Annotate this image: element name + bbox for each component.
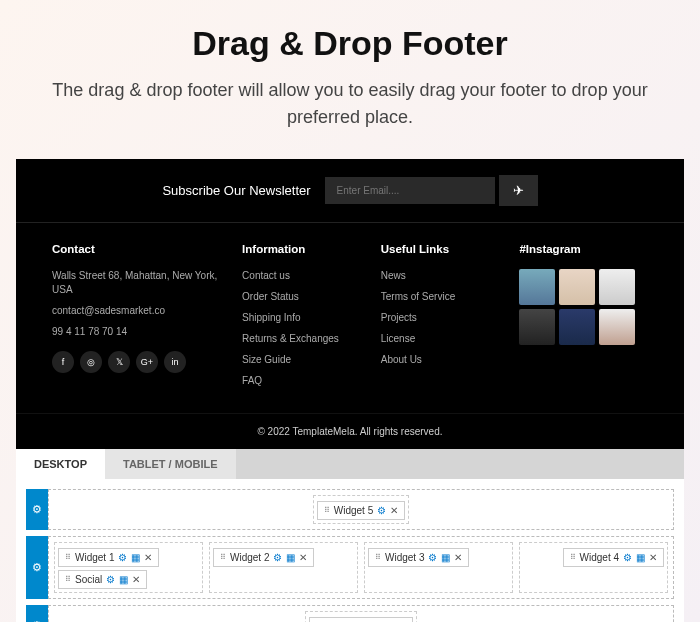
- close-icon[interactable]: ✕: [144, 552, 152, 563]
- layout-icon[interactable]: ▦: [286, 552, 295, 563]
- footer-col-information: Information Contact us Order Status Ship…: [242, 243, 371, 395]
- gear-icon[interactable]: ⚙: [118, 552, 127, 563]
- row-settings-button[interactable]: ⚙: [26, 489, 48, 530]
- instagram-thumb[interactable]: [599, 309, 635, 345]
- footer-col-useful: Useful Links News Terms of Service Proje…: [381, 243, 510, 395]
- send-icon: ✈: [513, 183, 524, 198]
- contact-address: Walls Street 68, Mahattan, New York, USA: [52, 269, 232, 297]
- widget-label: Social: [75, 574, 102, 585]
- drag-icon: ⠿: [65, 553, 71, 562]
- widget-label: Widget 4: [580, 552, 619, 563]
- gear-icon[interactable]: ⚙: [623, 552, 632, 563]
- info-link[interactable]: Shipping Info: [242, 311, 371, 325]
- layout-icon[interactable]: ▦: [131, 552, 140, 563]
- drag-icon: ⠿: [570, 553, 576, 562]
- close-icon[interactable]: ✕: [390, 505, 398, 516]
- gear-icon: ⚙: [32, 503, 42, 516]
- instagram-thumb[interactable]: [519, 309, 555, 345]
- row-settings-button[interactable]: ⚙: [26, 536, 48, 599]
- contact-phone: 99 4 11 78 70 14: [52, 325, 232, 339]
- gear-icon: ⚙: [32, 561, 42, 574]
- gear-icon[interactable]: ⚙: [273, 552, 282, 563]
- info-link[interactable]: Size Guide: [242, 353, 371, 367]
- close-icon[interactable]: ✕: [299, 552, 307, 563]
- info-link[interactable]: Contact us: [242, 269, 371, 283]
- widget-block-5[interactable]: ⠿ Widget 5 ⚙ ✕: [317, 501, 405, 520]
- page-title: Drag & Drop Footer: [16, 24, 684, 63]
- widget-label: Widget 3: [385, 552, 424, 563]
- gear-icon[interactable]: ⚙: [377, 505, 386, 516]
- layout-icon[interactable]: ▦: [119, 574, 128, 585]
- instagram-heading: #Instagram: [519, 243, 648, 255]
- instagram-thumb[interactable]: [559, 269, 595, 305]
- widget-block-4[interactable]: ⠿ Widget 4 ⚙ ▦ ✕: [563, 548, 664, 567]
- info-link[interactable]: FAQ: [242, 374, 371, 388]
- gear-icon[interactable]: ⚙: [106, 574, 115, 585]
- widget-block-copyright[interactable]: ⠿ Copyright ⚙ ▦ ✕: [309, 617, 414, 622]
- linkedin-icon[interactable]: in: [164, 351, 186, 373]
- footer-builder: DESKTOP TABLET / MOBILE ⚙ ⠿ Widget 5 ⚙ ✕: [16, 449, 684, 622]
- instagram-thumb[interactable]: [599, 269, 635, 305]
- twitter-icon[interactable]: 𝕏: [108, 351, 130, 373]
- information-heading: Information: [242, 243, 371, 255]
- gear-icon[interactable]: ⚙: [428, 552, 437, 563]
- instagram-grid: [519, 269, 648, 345]
- contact-heading: Contact: [52, 243, 232, 255]
- drag-icon: ⠿: [220, 553, 226, 562]
- copyright-text: © 2022 TemplateMela. All rights reserved…: [16, 413, 684, 449]
- useful-link[interactable]: License: [381, 332, 510, 346]
- contact-email: contact@sadesmarket.co: [52, 304, 232, 318]
- page-subtitle: The drag & drop footer will allow you to…: [16, 77, 684, 131]
- instagram-thumb[interactable]: [559, 309, 595, 345]
- instagram-icon[interactable]: ◎: [80, 351, 102, 373]
- tab-tablet-mobile[interactable]: TABLET / MOBILE: [105, 449, 236, 479]
- close-icon[interactable]: ✕: [649, 552, 657, 563]
- useful-link[interactable]: Terms of Service: [381, 290, 510, 304]
- useful-link[interactable]: Projects: [381, 311, 510, 325]
- footer-preview: Subscribe Our Newsletter ✈ Contact Walls…: [16, 159, 684, 449]
- close-icon[interactable]: ✕: [132, 574, 140, 585]
- newsletter-label: Subscribe Our Newsletter: [162, 183, 310, 198]
- close-icon[interactable]: ✕: [454, 552, 462, 563]
- builder-row: ⚙ ⠿ Widget 5 ⚙ ✕: [26, 489, 674, 530]
- newsletter-submit-button[interactable]: ✈: [499, 175, 538, 206]
- tab-desktop[interactable]: DESKTOP: [16, 449, 105, 479]
- drag-icon: ⠿: [324, 506, 330, 515]
- builder-row: ⚙ ⠿ Widget 1 ⚙ ▦ ✕ ⠿ Social ⚙: [26, 536, 674, 599]
- facebook-icon[interactable]: f: [52, 351, 74, 373]
- info-link[interactable]: Returns & Exchanges: [242, 332, 371, 346]
- useful-link[interactable]: About Us: [381, 353, 510, 367]
- footer-col-contact: Contact Walls Street 68, Mahattan, New Y…: [52, 243, 232, 395]
- widget-block-social[interactable]: ⠿ Social ⚙ ▦ ✕: [58, 570, 147, 589]
- builder-row: ⚙ ⠿ Copyright ⚙ ▦ ✕: [26, 605, 674, 622]
- newsletter-bar: Subscribe Our Newsletter ✈: [16, 159, 684, 223]
- drag-icon: ⠿: [65, 575, 71, 584]
- newsletter-email-input[interactable]: [325, 177, 495, 204]
- device-tabbar: DESKTOP TABLET / MOBILE: [16, 449, 684, 479]
- footer-col-instagram: #Instagram: [519, 243, 648, 395]
- widget-label: Widget 1: [75, 552, 114, 563]
- row-settings-button[interactable]: ⚙: [26, 605, 48, 622]
- useful-link[interactable]: News: [381, 269, 510, 283]
- widget-block-3[interactable]: ⠿ Widget 3 ⚙ ▦ ✕: [368, 548, 469, 567]
- info-link[interactable]: Order Status: [242, 290, 371, 304]
- widget-block-2[interactable]: ⠿ Widget 2 ⚙ ▦ ✕: [213, 548, 314, 567]
- drag-icon: ⠿: [375, 553, 381, 562]
- instagram-thumb[interactable]: [519, 269, 555, 305]
- widget-block-1[interactable]: ⠿ Widget 1 ⚙ ▦ ✕: [58, 548, 159, 567]
- widget-label: Widget 2: [230, 552, 269, 563]
- googleplus-icon[interactable]: G+: [136, 351, 158, 373]
- layout-icon[interactable]: ▦: [441, 552, 450, 563]
- layout-icon[interactable]: ▦: [636, 552, 645, 563]
- widget-label: Widget 5: [334, 505, 373, 516]
- useful-heading: Useful Links: [381, 243, 510, 255]
